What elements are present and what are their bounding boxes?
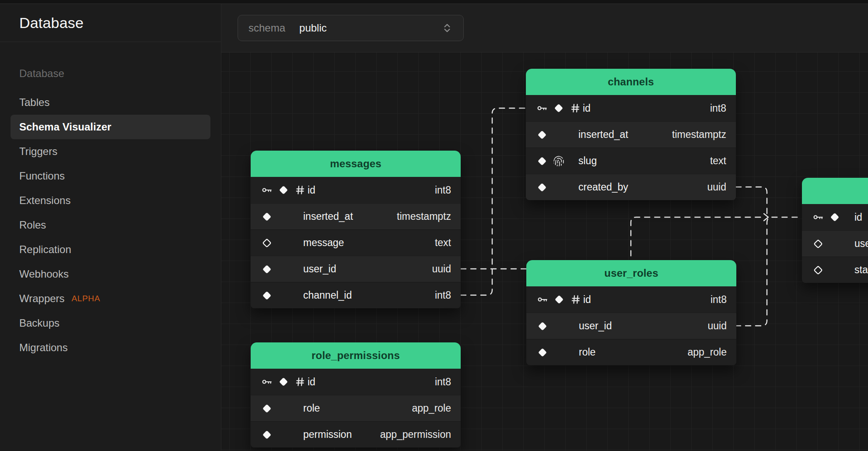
column-row: status: [802, 257, 868, 283]
column-row: user_id uuid: [251, 256, 461, 282]
page-title: Database: [19, 14, 84, 32]
hash-icon: [294, 376, 306, 388]
sidebar-item-wrappers[interactable]: Wrappers ALPHA: [10, 286, 210, 311]
column-row: role app_role: [251, 395, 461, 421]
schema-canvas[interactable]: channels id int8: [221, 53, 868, 451]
table-node-user_roles[interactable]: user_roles id int8: [526, 260, 736, 365]
schema-select[interactable]: schema public: [238, 15, 464, 41]
table-header: [802, 178, 868, 204]
edge-channels-created_by-to-users-id: [736, 187, 767, 215]
table-node-messages[interactable]: messages id int8: [251, 151, 461, 308]
edge-user_roles-user_id-to-users-id: [735, 217, 802, 326]
chevron-up-down-icon: [441, 22, 453, 34]
diamond-filled-icon: [537, 347, 548, 358]
diamond-outline-icon: [812, 238, 824, 250]
diamond-outline-icon: [812, 264, 824, 276]
schema-visualizer-main: schema public: [221, 4, 868, 451]
table-node-users-partial[interactable]: id username status: [802, 178, 868, 283]
sidebar-item-replication[interactable]: Replication: [10, 237, 210, 262]
primary-key-icon: [261, 184, 273, 196]
alpha-badge: ALPHA: [72, 294, 100, 303]
diamond-filled-icon: [278, 184, 289, 196]
table-header: channels: [526, 69, 736, 95]
hash-icon: [294, 184, 306, 196]
diamond-filled-icon: [261, 403, 273, 414]
schema-select-value: public: [299, 22, 327, 34]
column-row: id: [802, 204, 868, 230]
primary-key-icon: [261, 376, 273, 388]
column-row: id int8: [526, 95, 736, 121]
column-row: channel_id int8: [251, 282, 461, 308]
column-row: username: [802, 230, 868, 257]
sidebar-item-schema-visualizer[interactable]: Schema Visualizer: [10, 115, 210, 139]
diamond-filled-icon: [829, 211, 840, 223]
database-sidebar: Database Database Tables Schema Visualiz…: [0, 4, 221, 451]
diamond-filled-icon: [553, 102, 564, 114]
column-row: id int8: [526, 286, 736, 313]
primary-key-icon: [812, 211, 824, 223]
schema-select-label: schema: [248, 22, 285, 34]
diamond-filled-icon: [536, 182, 548, 193]
column-row: slug text: [526, 148, 736, 174]
diamond-filled-icon: [537, 321, 548, 332]
sidebar-item-webhooks[interactable]: Webhooks: [10, 262, 210, 286]
column-row: message text: [251, 229, 461, 256]
table-header: role_permissions: [251, 342, 461, 369]
sidebar-section-label: Database: [10, 61, 210, 86]
edge-messages-channel_id-to-channels-id: [461, 108, 526, 295]
table-node-role_permissions[interactable]: role_permissions id int8: [251, 342, 461, 447]
table-header: messages: [251, 151, 461, 177]
window-top-edge: [0, 0, 868, 4]
column-row: id int8: [251, 369, 461, 395]
sidebar-item-migrations[interactable]: Migrations: [10, 335, 210, 360]
diamond-filled-icon: [261, 211, 273, 222]
column-row: user_id uuid: [526, 313, 736, 339]
sidebar-item-tables[interactable]: Tables: [10, 90, 210, 115]
diamond-filled-icon: [261, 429, 273, 440]
diamond-filled-icon: [261, 290, 273, 301]
hash-icon: [570, 294, 581, 305]
table-header: user_roles: [526, 260, 736, 286]
sidebar-item-roles[interactable]: Roles: [10, 213, 210, 237]
diamond-filled-icon: [553, 294, 565, 305]
column-row: role app_role: [526, 339, 736, 365]
diamond-outline-icon: [261, 237, 273, 249]
diamond-filled-icon: [278, 376, 289, 388]
primary-key-icon: [536, 102, 548, 114]
table-node-channels[interactable]: channels id int8: [526, 69, 736, 200]
visualizer-toolbar: schema public: [221, 4, 868, 53]
sidebar-nav: Database Tables Schema Visualizer Trigge…: [0, 42, 221, 360]
sidebar-item-extensions[interactable]: Extensions: [10, 188, 210, 213]
fingerprint-icon: [553, 155, 564, 167]
column-row: created_by uuid: [526, 174, 736, 200]
edge-junction-arrow: [764, 214, 768, 221]
column-row: permission app_permission: [251, 421, 461, 447]
sidebar-header: Database: [0, 4, 221, 42]
sidebar-item-triggers[interactable]: Triggers: [10, 139, 210, 164]
sidebar-item-backups[interactable]: Backups: [10, 311, 210, 335]
sidebar-item-functions[interactable]: Functions: [10, 164, 210, 188]
column-row: inserted_at timestamptz: [251, 203, 461, 229]
diamond-filled-icon: [536, 155, 548, 167]
column-row: inserted_at timestamptz: [526, 121, 736, 148]
primary-key-icon: [537, 294, 548, 305]
diamond-filled-icon: [261, 264, 273, 275]
diamond-filled-icon: [536, 129, 548, 141]
hash-icon: [570, 102, 581, 114]
column-row: id int8: [251, 177, 461, 203]
